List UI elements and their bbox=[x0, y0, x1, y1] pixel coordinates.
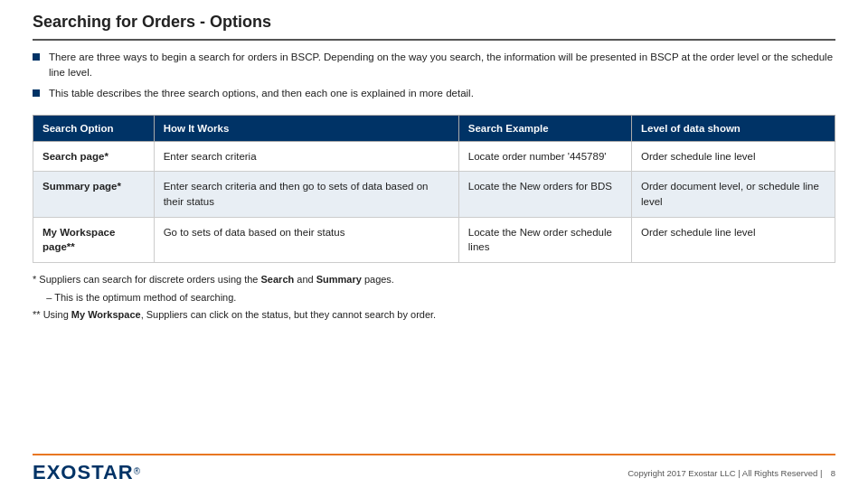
table-section: Search Option How It Works Search Exampl… bbox=[33, 115, 835, 263]
bullet-item: This table describes the three search op… bbox=[33, 86, 835, 101]
col-header-example: Search Example bbox=[458, 115, 631, 141]
bullet-item: There are three ways to begin a search f… bbox=[33, 50, 835, 81]
cell-level-3: Order schedule line level bbox=[631, 217, 835, 262]
bullet-icon bbox=[33, 53, 40, 61]
cell-option-1: Search page* bbox=[33, 141, 155, 172]
note-1-sub: – This is the optimum method of searchin… bbox=[33, 290, 835, 306]
cell-option-3: My Workspace page** bbox=[33, 217, 155, 262]
table-row: Summary page* Enter search criteria and … bbox=[33, 172, 835, 217]
logo-registered: ® bbox=[134, 466, 140, 476]
cell-example-2: Locate the New orders for BDS bbox=[458, 172, 631, 217]
bullet-text-1: There are three ways to begin a search f… bbox=[49, 50, 835, 81]
footnotes: * Suppliers can search for discrete orde… bbox=[33, 272, 835, 325]
bullets-section: There are three ways to begin a search f… bbox=[33, 50, 835, 106]
note-2: ** Using My Workspace, Suppliers can cli… bbox=[33, 307, 835, 324]
page-title: Searching for Orders - Options bbox=[33, 13, 271, 31]
page: Searching for Orders - Options There are… bbox=[0, 0, 868, 488]
cell-level-1: Order schedule line level bbox=[631, 141, 835, 172]
table-row: My Workspace page** Go to sets of data b… bbox=[33, 217, 835, 262]
logo-text: EXOSTAR bbox=[33, 461, 134, 483]
col-header-how: How It Works bbox=[154, 115, 458, 141]
note-1: * Suppliers can search for discrete orde… bbox=[33, 272, 835, 288]
cell-how-3: Go to sets of data based on their status bbox=[154, 217, 458, 262]
cell-example-1: Locate order number '445789' bbox=[458, 141, 631, 172]
copyright-text: Copyright 2017 Exostar LLC | All Rights … bbox=[627, 468, 822, 478]
note-1-text: Suppliers can search for discrete orders… bbox=[39, 274, 394, 285]
header: Searching for Orders - Options bbox=[33, 0, 835, 41]
note-2-text: Using My Workspace, Suppliers can click … bbox=[43, 309, 437, 320]
cell-how-1: Enter search criteria bbox=[154, 141, 458, 172]
cell-how-2: Enter search criteria and then go to set… bbox=[154, 172, 458, 217]
footer-bar: EXOSTAR® Copyright 2017 Exostar LLC | Al… bbox=[33, 454, 835, 488]
col-header-level: Level of data shown bbox=[631, 115, 835, 141]
cell-example-3: Locate the New order schedule lines bbox=[458, 217, 631, 262]
bullet-text-2: This table describes the three search op… bbox=[49, 86, 474, 101]
options-table: Search Option How It Works Search Exampl… bbox=[33, 115, 835, 263]
page-number: 8 bbox=[831, 468, 835, 478]
cell-level-2: Order document level, or schedule line l… bbox=[631, 172, 835, 217]
cell-option-2: Summary page* bbox=[33, 172, 155, 217]
footer-right: Copyright 2017 Exostar LLC | All Rights … bbox=[627, 466, 835, 479]
col-header-option: Search Option bbox=[33, 115, 155, 141]
logo: EXOSTAR® bbox=[33, 461, 140, 484]
table-row: Search page* Enter search criteria Locat… bbox=[33, 141, 835, 172]
bullet-icon bbox=[33, 89, 40, 97]
note-2-marker: ** bbox=[33, 309, 43, 320]
